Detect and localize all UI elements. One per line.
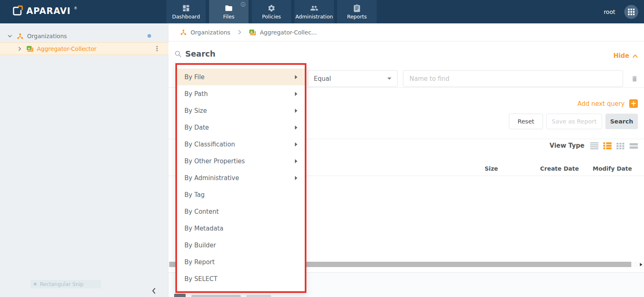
breadcrumb-label: Organizations [191,29,230,36]
organizations-icon [180,29,187,36]
aparavi-logo-icon [12,5,23,17]
snip-ghost-label: Rectangular Snip [40,281,84,287]
search-title: Search [185,49,216,58]
tab-administration[interactable]: Administration [294,0,334,23]
scrollbar-right-arrow[interactable] [640,263,642,266]
organizations-icon [16,32,24,40]
chevron-down-icon [387,78,391,80]
collector-icon [249,29,256,36]
menu-item-by-classification[interactable]: By Classification [177,136,305,153]
menu-item-by-builder[interactable]: By Builder [177,237,305,254]
search-button[interactable]: Search [605,114,638,129]
view-type-label: View Type [550,142,584,149]
hide-search-link[interactable]: Hide [613,52,638,59]
breadcrumb: Organizations Aggregator-Collec... [168,23,644,41]
submenu-arrow-icon [295,176,297,180]
clipboard-icon [353,4,361,12]
add-next-query[interactable]: Add next query + [577,99,638,108]
submenu-arrow-icon [295,126,297,130]
tab-label: Administration [295,14,333,20]
menu-item-by-date[interactable]: By Date [177,119,305,136]
trash-icon[interactable] [631,75,639,83]
column-header-modify-date[interactable]: Modify Date [593,165,632,172]
search-actions: Reset Save as Report Search [509,114,638,129]
menu-item-by-size[interactable]: By Size [177,102,305,119]
submenu-arrow-icon [295,92,297,96]
view-detail-list-icon[interactable] [603,142,612,149]
menu-item-by-content[interactable]: By Content [177,203,305,220]
tab-label: Files [223,14,234,20]
menu-item-by-path[interactable]: By Path [177,85,305,102]
tab-files[interactable]: ⓘ Files [209,0,248,23]
sidebar-collapse-button[interactable] [149,286,159,296]
view-list-icon[interactable] [590,142,598,149]
menu-item-by-other-properties[interactable]: By Other Properties [177,153,305,169]
chevron-down-icon[interactable] [7,34,12,39]
tab-label: Reports [347,14,367,20]
operator-select[interactable]: Equal [308,70,398,87]
save-as-report-button[interactable]: Save as Report [546,114,602,129]
view-type-switcher: View Type [550,142,638,149]
view-tiles-icon[interactable] [630,142,638,149]
menu-item-by-report[interactable]: By Report [177,254,305,270]
brand-name: APARAVI [26,6,71,16]
people-icon [310,4,319,12]
brand-registered-mark: ® [74,7,77,10]
info-icon[interactable]: ⓘ [241,2,246,7]
tree-item-aggregator-collector[interactable]: Aggregator-Collector ⋮ [0,42,168,55]
plus-icon[interactable]: + [629,99,638,108]
tree-item-organizations[interactable]: Organizations [0,30,168,42]
gear-icon [267,4,276,12]
tab-reports[interactable]: Reports [337,0,377,23]
operator-value: Equal [314,75,387,82]
search-section-header: Search [175,49,216,58]
tree-item-label: Organizations [27,33,67,39]
menu-item-by-select[interactable]: By SELECT [177,270,305,287]
breadcrumb-label: Aggregator-Collec... [260,29,317,36]
menu-item-by-tag[interactable]: By Tag [177,186,305,203]
collector-icon [26,46,34,52]
add-next-query-label: Add next query [577,100,625,107]
tree-item-label: Aggregator-Collector [37,46,97,52]
column-header-size[interactable]: Size [485,165,498,172]
main-nav-tabs: Dashboard ⓘ Files Policies [166,0,377,23]
chevron-right-icon[interactable] [17,46,22,51]
folder-icon [225,4,233,12]
footer-partial-glyphs [174,294,271,297]
search-field-menu: By File By Path By Size By Date By Class… [175,63,306,293]
status-dot [147,34,151,38]
snip-dot-icon [34,283,37,286]
chevron-up-icon [632,54,638,58]
column-header-create-date[interactable]: Create Date [540,165,579,172]
view-grid-icon[interactable] [616,142,625,149]
tab-dashboard[interactable]: Dashboard [166,0,206,23]
rectangular-snip-ghost: Rectangular Snip [30,280,101,288]
menu-item-by-metadata[interactable]: By Metadata [177,220,305,237]
top-navbar: APARAVI ® Dashboard ⓘ Files [0,0,644,23]
app-window: APARAVI ® Dashboard ⓘ Files [0,0,644,297]
breadcrumb-item-organizations[interactable]: Organizations [180,29,230,36]
aparavi-logo: APARAVI ® [12,5,77,17]
breadcrumb-item-aggregator-collector[interactable]: Aggregator-Collec... [249,29,317,36]
kebab-menu-icon[interactable]: ⋮ [154,47,160,51]
chevron-right-icon [238,30,242,35]
org-tree-sidebar: Organizations Aggregator-Collector ⋮ Rec… [0,23,168,297]
navbar-right: root [604,0,638,23]
tab-label: Dashboard [172,14,200,20]
menu-item-by-file[interactable]: By File [177,69,305,85]
name-to-find-input[interactable] [403,70,623,87]
submenu-arrow-icon [295,142,297,146]
tab-policies[interactable]: Policies [252,0,291,23]
hide-label: Hide [613,52,629,59]
reset-button[interactable]: Reset [509,114,543,129]
dashboard-icon [182,4,190,12]
menu-item-by-administrative[interactable]: By Administrative [177,169,305,186]
apps-grid-button[interactable] [624,5,638,19]
submenu-arrow-icon [295,109,297,113]
submenu-arrow-icon [295,159,297,163]
search-icon [175,50,182,57]
apps-grid-icon [628,9,635,15]
tab-label: Policies [262,14,281,20]
current-user: root [604,9,615,15]
submenu-arrow-icon [295,75,297,79]
